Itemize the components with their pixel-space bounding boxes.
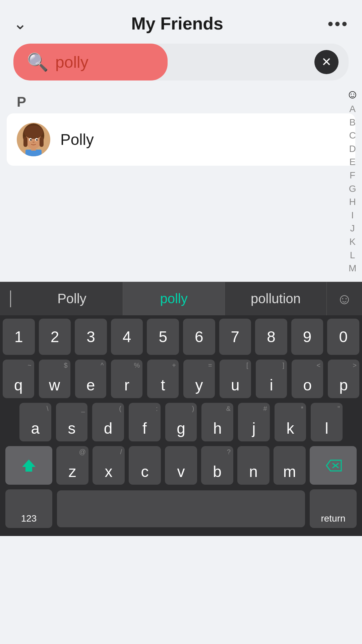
key-m[interactable]: m <box>274 446 306 485</box>
alpha-letter-i[interactable]: I <box>351 210 354 221</box>
autocomplete-emoji-button[interactable]: ☺ <box>327 290 362 307</box>
key-l[interactable]: "l <box>311 403 343 441</box>
svg-point-7 <box>30 139 32 141</box>
svg-point-9 <box>33 142 35 143</box>
cursor-indicator <box>0 290 21 307</box>
key-0[interactable]: 0 <box>327 319 359 355</box>
section-letter-p: P <box>0 87 362 113</box>
key-k[interactable]: *k <box>275 403 306 441</box>
close-icon: ✕ <box>321 55 331 69</box>
alpha-letter-g[interactable]: G <box>349 183 356 195</box>
key-n[interactable]: n <box>237 446 269 485</box>
key-5[interactable]: 5 <box>147 319 179 355</box>
key-d[interactable]: (d <box>92 403 124 441</box>
search-bar[interactable]: 🔍 polly ✕ <box>13 44 349 80</box>
zxcv-row: @z /x c v ?b n m <box>3 446 359 485</box>
more-options-button[interactable]: ••• <box>328 14 349 33</box>
search-active-area: 🔍 polly <box>13 44 168 80</box>
keyboard: 1 2 3 4 5 6 7 8 9 0 ~q $w ^e %r +t =y [u… <box>0 315 362 536</box>
alpha-letter-e[interactable]: E <box>349 156 356 168</box>
search-icon: 🔍 <box>27 52 49 72</box>
svg-marker-12 <box>22 460 36 472</box>
asdf-row: \a _s (d :f )g &h #j *k "l <box>3 403 359 441</box>
space-key[interactable] <box>57 490 305 527</box>
svg-point-8 <box>36 139 38 141</box>
page-title: My Friends <box>131 13 224 34</box>
alpha-letter-l[interactable]: L <box>350 250 355 261</box>
key-f[interactable]: :f <box>129 403 161 441</box>
svg-rect-11 <box>31 147 36 151</box>
key-8[interactable]: 8 <box>255 319 287 355</box>
return-key[interactable]: return <box>310 489 357 528</box>
search-input[interactable]: polly <box>55 53 149 71</box>
svg-point-2 <box>24 125 43 139</box>
key-o[interactable]: <o <box>292 360 323 398</box>
alpha-letter-b[interactable]: B <box>349 117 356 128</box>
key-q[interactable]: ~q <box>3 360 34 398</box>
alphabet-index: ☺ A B C D E F G H I J K L M <box>346 87 359 274</box>
alpha-emoji[interactable]: ☺ <box>346 87 359 101</box>
key-c[interactable]: c <box>129 446 161 485</box>
key-g[interactable]: )g <box>165 403 197 441</box>
key-1[interactable]: 1 <box>3 319 35 355</box>
friends-list: Polly <box>7 113 355 166</box>
alpha-letter-f[interactable]: F <box>350 170 355 181</box>
key-e[interactable]: ^e <box>75 360 107 398</box>
alpha-letter-c[interactable]: C <box>349 130 356 141</box>
key-3[interactable]: 3 <box>75 319 107 355</box>
alpha-letter-k[interactable]: K <box>349 236 356 248</box>
number-row: 1 2 3 4 5 6 7 8 9 0 <box>3 319 359 355</box>
key-r[interactable]: %r <box>111 360 142 398</box>
key-s[interactable]: _s <box>56 403 88 441</box>
alpha-letter-d[interactable]: D <box>349 143 356 155</box>
svg-rect-4 <box>40 137 44 147</box>
key-a[interactable]: \a <box>19 403 51 441</box>
avatar <box>17 123 50 156</box>
key-b[interactable]: ?b <box>201 446 233 485</box>
key-6[interactable]: 6 <box>183 319 215 355</box>
key-p[interactable]: >p <box>328 360 359 398</box>
key-y[interactable]: =y <box>183 360 215 398</box>
search-container: 🔍 polly ✕ <box>0 40 362 87</box>
key-h[interactable]: &h <box>201 403 233 441</box>
autocomplete-bar: Polly polly pollution ☺ <box>0 282 362 315</box>
search-clear-button[interactable]: ✕ <box>314 50 339 74</box>
key-4[interactable]: 4 <box>111 319 143 355</box>
alpha-letter-j[interactable]: J <box>350 223 355 234</box>
back-button[interactable]: ⌄ <box>13 14 27 33</box>
alpha-letter-h[interactable]: H <box>349 196 356 208</box>
alpha-letter-a[interactable]: A <box>349 103 356 115</box>
alpha-letter-m[interactable]: M <box>349 263 356 274</box>
key-t[interactable]: +t <box>147 360 179 398</box>
qwerty-row: ~q $w ^e %r +t =y [u ]i <o >p <box>3 360 359 398</box>
svg-rect-3 <box>23 137 27 147</box>
key-j[interactable]: #j <box>238 403 270 441</box>
header: ⌄ My Friends ••• <box>0 0 362 40</box>
bottom-row: 123 return <box>3 489 359 528</box>
shift-key[interactable] <box>5 446 52 485</box>
autocomplete-pollution[interactable]: pollution <box>225 282 327 315</box>
keyboard-section: Polly polly pollution ☺ 1 2 3 4 5 6 7 8 … <box>0 282 362 536</box>
delete-key[interactable] <box>310 446 357 485</box>
autocomplete-polly-cap[interactable]: Polly <box>21 282 123 315</box>
key-u[interactable]: [u <box>220 360 251 398</box>
key-2[interactable]: 2 <box>39 319 71 355</box>
autocomplete-polly[interactable]: polly <box>123 282 225 315</box>
numbers-key[interactable]: 123 <box>5 489 52 528</box>
key-z[interactable]: @z <box>56 446 88 485</box>
content-area: P <box>0 87 362 282</box>
key-i[interactable]: ]i <box>256 360 287 398</box>
key-9[interactable]: 9 <box>291 319 323 355</box>
key-x[interactable]: /x <box>93 446 125 485</box>
friend-item-polly[interactable]: Polly <box>7 113 355 166</box>
key-7[interactable]: 7 <box>219 319 251 355</box>
friend-name: Polly <box>60 130 94 149</box>
key-v[interactable]: v <box>165 446 197 485</box>
key-w[interactable]: $w <box>39 360 70 398</box>
